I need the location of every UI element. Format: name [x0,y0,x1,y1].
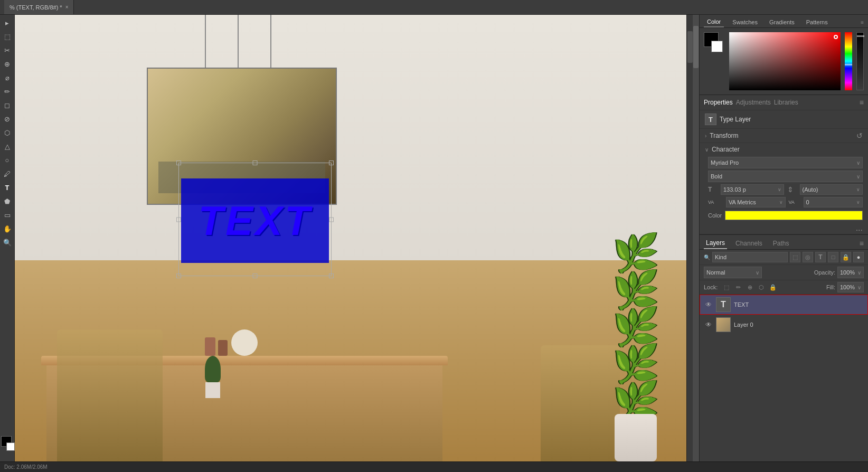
lock-paint-btn[interactable]: ✏ [733,282,743,292]
shape-tool[interactable]: ▭ [2,209,13,221]
selection-box[interactable] [178,163,332,276]
gradient-tool[interactable]: ⬡ [2,127,13,138]
character-color-swatch[interactable] [725,211,863,220]
lock-all-btn[interactable]: 🔒 [768,282,778,292]
tab-patterns[interactable]: Patterns [803,17,831,27]
plant-leaves-big: 🌿🌿🌿🌿🌿 [613,234,659,419]
background-swatch[interactable] [711,41,723,52]
crop-tool[interactable]: ⌀ [2,72,13,83]
filter-pixel-icon[interactable]: ⬚ [790,252,800,262]
opacity-label: Opacity: [814,269,835,276]
leading-icon: ⇕ [787,185,797,194]
pen-tool[interactable]: 🖊 [2,168,13,180]
tab-swatches[interactable]: Swatches [729,17,761,27]
font-size-field[interactable]: 133.03 p ∨ [721,184,784,195]
layers-search-icon: 🔍 [704,254,710,260]
properties-expand-icon[interactable]: ≡ [860,98,864,107]
opacity-value: 100% [840,269,855,276]
canvas-area[interactable]: TEXT [15,15,699,461]
tab-paths[interactable]: Paths [771,238,791,249]
marquee-tool[interactable]: ⬚ [2,31,13,42]
canvas-scrollbar[interactable] [693,15,699,461]
color-swatch-group[interactable] [704,32,725,53]
transform-header[interactable]: › Transform ↺ [700,129,868,143]
tab-gradients[interactable]: Gradients [766,17,798,27]
hand-tool[interactable]: ✋ [2,223,13,234]
color-gradient-picker[interactable] [729,32,841,90]
scroll-thumb-secondary[interactable] [687,31,693,63]
fg-bg-swatches [704,32,725,90]
character-header[interactable]: ∨ Character [700,143,868,156]
dodge-tool[interactable]: ○ [2,154,13,166]
blend-mode-dropdown[interactable]: Normal ∨ [704,267,762,278]
fill-field[interactable]: 100% ∨ [837,282,864,292]
handle-middle-left[interactable] [176,217,181,222]
clone-tool[interactable]: ◻ [2,99,13,111]
layer-item-background[interactable]: 👁 Layer 0 [700,315,868,335]
layer-item-text[interactable]: 👁 T TEXT [700,295,868,315]
tracking-dropdown[interactable]: VA Metrics ∨ [726,197,786,207]
type-layer-label: Type Layer [720,116,751,123]
scroll-indicator[interactable] [686,15,693,461]
handle-bottom-left[interactable] [176,273,181,278]
move-tool[interactable]: ▸ [2,17,13,29]
mug-2 [218,340,228,356]
color-panel-expand-icon[interactable]: ≡ [861,20,864,25]
character-chevron: ∨ [705,147,709,153]
filter-adjustment-icon[interactable]: ◎ [803,252,813,262]
status-text: Doc: 2.06M/2.06M [4,464,48,470]
handle-top-left[interactable] [176,161,181,165]
size-leading-row: T 133.03 p ∨ ⇕ (Auto) ∨ [700,183,868,196]
tab-adjustments[interactable]: Adjustments [736,99,771,106]
alpha-slider[interactable] [856,32,864,90]
tab-color[interactable]: Color [704,17,724,27]
handle-top-right[interactable] [329,161,334,165]
leading-field[interactable]: (Auto) ∨ [800,184,863,195]
filter-shape-icon[interactable]: □ [828,252,838,262]
character-color-row: Color [700,209,868,222]
layer-bg-visibility-icon[interactable]: 👁 [704,320,713,329]
document-tab[interactable]: % (TEXT, RGB/8#) * × [4,0,74,14]
transform-reset-icon[interactable]: ↺ [856,131,863,140]
magic-wand-tool[interactable]: ⊕ [2,58,13,70]
layer-text-visibility-icon[interactable]: 👁 [704,300,713,309]
more-options-icon[interactable]: ... [700,222,868,234]
filter-smart-icon[interactable]: 🔒 [841,252,851,262]
tab-layers[interactable]: Layers [704,238,727,249]
blend-mode-value: Normal [706,269,725,276]
tab-libraries[interactable]: Libraries [774,99,798,106]
kerning-field[interactable]: 0 ∨ [804,197,863,207]
lock-artboard-btn[interactable]: ⬡ [757,282,766,292]
tab-channels[interactable]: Channels [733,238,765,249]
transform-title: Transform [710,132,738,139]
filter-type-icon[interactable]: T [815,252,826,262]
type-tool[interactable]: T [2,182,13,193]
hue-slider[interactable] [845,32,852,90]
lock-label: Lock: [704,284,718,290]
font-family-dropdown[interactable]: Myriad Pro ∨ [708,157,863,168]
background-color[interactable] [6,442,15,451]
scrollbar-thumb[interactable] [693,26,699,68]
handle-bottom-right[interactable] [329,273,334,278]
filter-active-icon[interactable]: ● [853,252,864,262]
path-tool[interactable]: ⬟ [2,195,13,207]
vase [231,329,258,356]
layers-kind-field[interactable]: Kind [712,252,788,262]
blur-tool[interactable]: △ [2,140,13,152]
tab-properties[interactable]: Properties [704,99,733,106]
lock-position-btn[interactable]: ⊕ [745,282,754,292]
opacity-field[interactable]: 100% ∨ [837,267,864,278]
layers-panel-expand-icon[interactable]: ≡ [860,239,864,248]
lasso-tool[interactable]: ✂ [2,44,13,56]
tracking-arrow: ∨ [779,200,783,205]
eraser-tool[interactable]: ⊘ [2,113,13,125]
brush-tool[interactable]: ✏ [2,86,13,97]
tab-close-icon[interactable]: × [65,4,69,10]
font-style-dropdown[interactable]: Bold ∨ [708,171,863,182]
handle-top-middle[interactable] [253,161,258,165]
lock-pixels-btn[interactable]: ⬚ [722,282,731,292]
handle-middle-right[interactable] [329,217,334,222]
zoom-tool[interactable]: 🔍 [2,237,13,248]
handle-bottom-middle[interactable] [253,273,258,278]
color-panel: Color Swatches Gradients Patterns ≡ [700,15,868,95]
